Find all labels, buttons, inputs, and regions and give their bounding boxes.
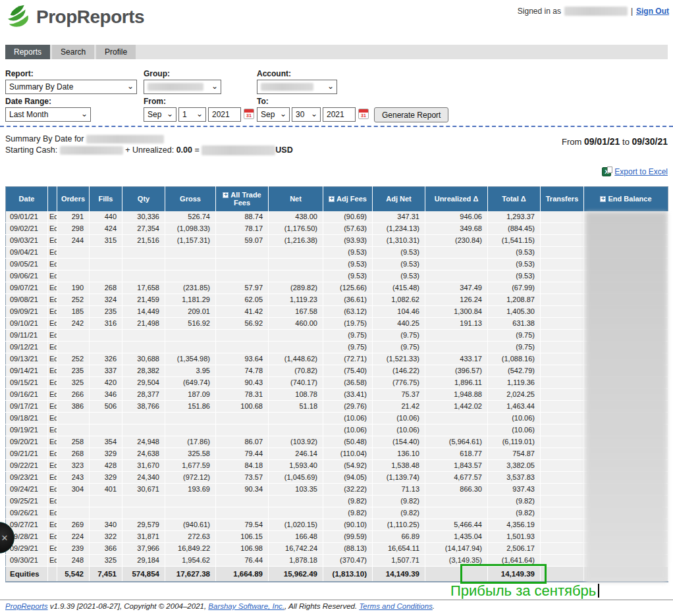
cell: (1,310.31) (373, 234, 425, 246)
cell: 269 (57, 519, 90, 530)
cell: Eq (48, 436, 57, 448)
to-year-input[interactable]: 2021 (323, 107, 356, 122)
cell: 09/18/21 (6, 412, 48, 424)
cell: 866.30 (425, 483, 488, 495)
to-day-select[interactable]: 30 ⌄ (292, 107, 321, 122)
cell: 30,336 (122, 211, 165, 223)
cell: 401 (90, 483, 122, 495)
col-gross[interactable]: Gross (165, 187, 216, 211)
cell: Eq (48, 519, 57, 530)
footer-terms-link[interactable]: Terms and Conditions (359, 602, 432, 610)
cell (425, 329, 488, 341)
cell (541, 222, 584, 234)
footer-propreports-link[interactable]: PropReports (5, 602, 48, 610)
table-row: 09/17/21Eq38650638,766151.86100.6851.18(… (6, 400, 668, 412)
expand-column-icon[interactable]: + (600, 196, 606, 202)
sign-out-link[interactable]: Sign Out (636, 7, 669, 16)
col-qty[interactable]: Qty (122, 187, 165, 211)
col-date[interactable]: Date (6, 187, 48, 211)
cell: (9.75) (323, 329, 373, 341)
cell: 304 (57, 483, 90, 495)
cell (584, 305, 668, 317)
footer-company-link[interactable]: Barshay Software, Inc. (208, 602, 284, 610)
table-row: 09/20/21Eq25835424,948(17.86)86.07(103.9… (6, 436, 668, 448)
cell: Eq (48, 294, 57, 305)
cell (90, 495, 122, 507)
cell: Eq (48, 412, 57, 424)
cell: 100.68 (216, 400, 269, 412)
report-label: Report: (5, 69, 34, 78)
col-total-delta[interactable]: Total Δ (488, 187, 541, 211)
cell: (70.82) (269, 365, 323, 376)
cell: 424 (90, 222, 122, 234)
cell: 106.15 (216, 530, 269, 542)
col-end-balance[interactable]: +End Balance (584, 187, 668, 211)
export-to-excel-link[interactable]: Export to Excel (614, 167, 668, 176)
table-row: 09/01/21Eq29144030,336526.7488.74438.00(… (6, 211, 668, 223)
cell (541, 353, 584, 365)
generate-report-button[interactable]: Generate Report (374, 107, 448, 122)
cell (165, 258, 216, 270)
cell: 191.13 (425, 317, 488, 329)
cell (122, 424, 165, 436)
cell: 325.58 (165, 448, 216, 459)
cell: 09/22/21 (6, 459, 48, 471)
cell (216, 412, 269, 424)
col-net[interactable]: Net (269, 187, 323, 211)
cell: 243 (57, 471, 90, 483)
cell: (50.48) (323, 436, 373, 448)
from-day-select[interactable]: 1 ⌄ (178, 107, 206, 122)
tab-search[interactable]: Search (52, 45, 94, 59)
cell: 24,638 (122, 448, 165, 459)
tab-reports[interactable]: Reports (5, 45, 50, 59)
date-range-display: From 09/01/21 to 09/30/21 (562, 136, 668, 147)
col-transfers[interactable]: Transfers (541, 187, 584, 211)
totals-cell: (1,813.10) (323, 566, 373, 582)
from-calendar-icon[interactable]: 31 (244, 109, 254, 119)
col-adj-fees[interactable]: +Adj Fees (323, 187, 373, 211)
to-month-select[interactable]: Sep ⌄ (257, 107, 290, 122)
cell: (154.40) (373, 436, 425, 448)
cell: (396.57) (425, 365, 488, 376)
cell: 86.07 (216, 436, 269, 448)
username-redacted (564, 7, 628, 16)
account-select[interactable]: ⌄ (257, 80, 337, 94)
cell: (370.47) (323, 554, 373, 566)
col-fills[interactable]: Fills (90, 187, 122, 211)
cell (541, 495, 584, 507)
cell (122, 341, 165, 353)
cell: 440.25 (373, 317, 425, 329)
col-orders[interactable]: Orders (57, 187, 90, 211)
chevron-down-icon: ⌄ (327, 82, 334, 91)
table-row: 09/03/21Eq24431521,516(1,157.31)59.07(1,… (6, 234, 668, 246)
date-range-select[interactable]: Last Month ⌄ (5, 107, 91, 122)
cell: 252 (57, 294, 90, 305)
cell: 30,671 (122, 483, 165, 495)
cell: (9.75) (323, 341, 373, 353)
cell: 30,688 (122, 353, 165, 365)
group-select[interactable]: ⌄ (144, 80, 221, 94)
cell: 09/12/21 (6, 341, 48, 353)
cell: 340 (90, 519, 122, 530)
cell: (415.48) (373, 282, 425, 294)
tab-bar: Reports Search Profile (5, 45, 668, 59)
table-row: 09/15/21Eq32542029,504(649.74)90.43(740.… (6, 376, 668, 388)
col-unrealized-delta[interactable]: Unrealized Δ (425, 187, 488, 211)
cell: 16,742.24 (269, 542, 323, 554)
cell: 74.78 (216, 365, 269, 376)
expand-column-icon[interactable]: + (329, 196, 335, 202)
from-year-input[interactable]: 2021 (208, 107, 241, 122)
from-month-select[interactable]: Sep ⌄ (144, 107, 176, 122)
cell: (103.92) (269, 436, 323, 448)
col-all-trade-fees[interactable]: +All Trade Fees (216, 187, 269, 211)
to-calendar-icon[interactable]: 31 (358, 109, 369, 119)
cell: 428 (90, 459, 122, 471)
col-adj-net[interactable]: Adj Net (373, 187, 425, 211)
tab-profile[interactable]: Profile (96, 45, 136, 59)
expand-column-icon[interactable]: + (223, 192, 229, 198)
from-year-value: 2021 (212, 110, 230, 119)
cell (541, 388, 584, 400)
report-select[interactable]: Summary By Date ⌄ (5, 80, 137, 94)
cell (90, 424, 122, 436)
cell (165, 329, 216, 341)
